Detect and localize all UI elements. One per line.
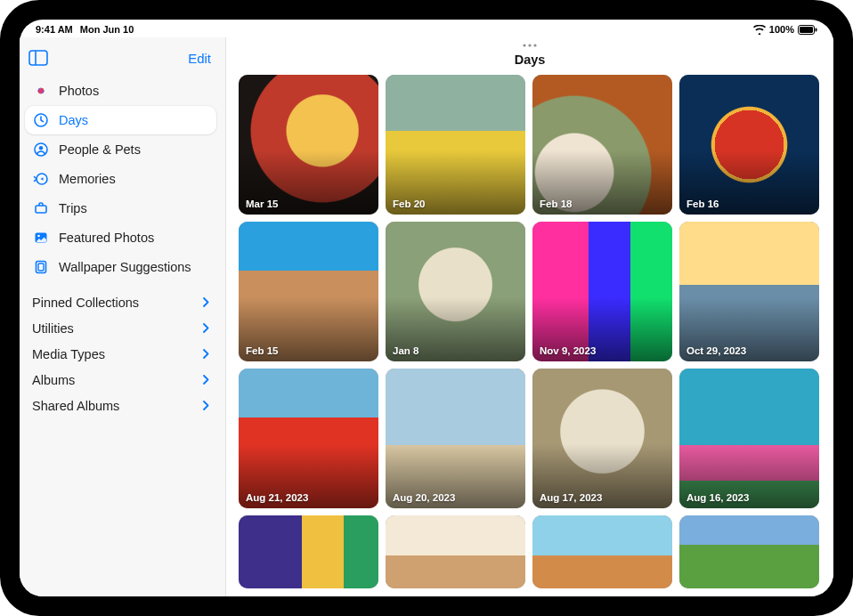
chevron-right-icon — [203, 321, 209, 336]
tile-date: Feb 16 — [686, 199, 719, 209]
sidebar-item-people-pets[interactable]: People & Pets — [25, 135, 216, 164]
sidebar-item-label: Photos — [59, 84, 99, 98]
svg-rect-1 — [800, 27, 813, 33]
section-label: Pinned Collections — [32, 296, 139, 310]
day-tile[interactable]: Aug 16, 2023 — [679, 369, 819, 508]
sidebar-item-label: Days — [59, 113, 88, 127]
svg-point-19 — [37, 235, 40, 238]
day-tile[interactable] — [239, 515, 378, 588]
svg-rect-2 — [816, 28, 817, 31]
status-date: Mon Jun 10 — [80, 24, 134, 35]
wifi-icon — [753, 25, 766, 35]
svg-point-15 — [39, 146, 43, 150]
day-tile[interactable]: Feb 20 — [386, 75, 525, 215]
sidebar-item-label: Wallpaper Suggestions — [59, 260, 191, 274]
tile-date: Aug 21, 2023 — [246, 492, 308, 503]
tile-date: Feb 15 — [246, 345, 278, 356]
person-circle-icon — [32, 141, 50, 158]
svg-rect-21 — [38, 263, 44, 271]
sidebar-nav-list: Photos Days People & Pets — [25, 77, 216, 281]
section-label: Shared Albums — [32, 399, 119, 413]
section-label: Utilities — [32, 321, 74, 336]
sidebar-item-trips[interactable]: Trips — [25, 194, 216, 223]
sidebar-item-wallpaper-suggestions[interactable]: Wallpaper Suggestions — [25, 253, 216, 281]
day-tile[interactable] — [532, 515, 672, 588]
section-utilities[interactable]: Utilities — [25, 316, 216, 341]
chevron-right-icon — [203, 373, 209, 387]
photo-featured-icon — [32, 229, 50, 247]
tile-date: Feb 20 — [393, 199, 425, 209]
days-grid[interactable]: Mar 15 Feb 20 Feb 18 Feb 16 Feb 15 Jan 8… — [226, 71, 833, 596]
day-tile[interactable]: Aug 17, 2023 — [532, 369, 672, 508]
day-tile[interactable]: Feb 15 — [239, 222, 378, 361]
tile-date: Feb 18 — [540, 199, 572, 209]
day-tile[interactable]: Oct 29, 2023 — [679, 222, 819, 361]
screen: 9:41 AM Mon Jun 10 100% Ed — [20, 20, 833, 596]
day-tile[interactable]: Feb 18 — [532, 75, 672, 215]
tile-date: Aug 16, 2023 — [686, 492, 749, 503]
day-tile[interactable] — [679, 515, 819, 588]
wallpaper-icon — [32, 258, 50, 276]
sidebar-item-memories[interactable]: Memories — [25, 165, 216, 193]
sidebar-item-label: Trips — [59, 201, 87, 215]
battery-icon — [798, 25, 817, 35]
sidebar-section-list: Pinned Collections Utilities Media Types — [25, 290, 216, 418]
sidebar-item-featured-photos[interactable]: Featured Photos — [25, 223, 216, 252]
section-media-types[interactable]: Media Types — [25, 342, 216, 367]
status-bar: 9:41 AM Mon Jun 10 100% — [20, 20, 833, 37]
chevron-right-icon — [203, 399, 209, 413]
svg-rect-3 — [29, 51, 47, 65]
tile-date: Oct 29, 2023 — [686, 345, 746, 356]
sidebar-item-label: People & Pets — [59, 142, 141, 157]
day-tile[interactable]: Aug 20, 2023 — [386, 369, 525, 508]
ellipsis-handle-icon[interactable] — [521, 37, 539, 50]
memories-icon — [32, 170, 50, 188]
tile-date: Jan 8 — [393, 345, 418, 356]
svg-rect-17 — [36, 206, 46, 213]
tile-date: Mar 15 — [246, 199, 278, 209]
tile-date: Nov 9, 2023 — [540, 345, 596, 356]
status-time: 9:41 AM — [36, 24, 73, 35]
day-tile[interactable] — [386, 515, 525, 588]
content-header: Days — [226, 37, 833, 71]
section-albums[interactable]: Albums — [25, 368, 216, 393]
sidebar-item-photos[interactable]: Photos — [25, 77, 216, 105]
suitcase-icon — [32, 199, 50, 217]
tile-date: Aug 20, 2023 — [393, 492, 455, 503]
day-tile[interactable]: Aug 21, 2023 — [239, 369, 378, 508]
content-area: Days Mar 15 Feb 20 Feb 18 Feb 16 Feb 15 … — [226, 37, 833, 596]
svg-point-23 — [528, 44, 531, 46]
sidebar-toggle-button[interactable] — [28, 50, 48, 66]
sidebar: Edit Photos Days — [20, 37, 226, 596]
day-tile[interactable]: Nov 9, 2023 — [532, 222, 672, 361]
ipad-device-frame: 9:41 AM Mon Jun 10 100% Ed — [0, 0, 853, 616]
edit-button[interactable]: Edit — [188, 51, 211, 66]
section-label: Albums — [32, 373, 75, 387]
section-pinned-collections[interactable]: Pinned Collections — [25, 290, 216, 315]
content-title: Days — [515, 53, 546, 67]
section-shared-albums[interactable]: Shared Albums — [25, 393, 216, 418]
status-battery-text: 100% — [769, 24, 794, 35]
sidebar-item-days[interactable]: Days — [25, 106, 216, 134]
chevron-right-icon — [203, 296, 209, 310]
svg-point-24 — [533, 44, 536, 46]
day-tile[interactable]: Feb 16 — [679, 75, 819, 215]
tile-date: Aug 17, 2023 — [540, 492, 602, 503]
day-tile[interactable]: Jan 8 — [386, 222, 525, 361]
svg-point-22 — [523, 44, 525, 46]
day-tile[interactable]: Mar 15 — [239, 75, 378, 215]
sidebar-item-label: Memories — [59, 172, 116, 186]
clock-icon — [32, 111, 50, 129]
photos-flower-icon — [32, 82, 50, 100]
section-label: Media Types — [32, 347, 105, 361]
chevron-right-icon — [203, 347, 209, 361]
sidebar-item-label: Featured Photos — [59, 231, 154, 245]
